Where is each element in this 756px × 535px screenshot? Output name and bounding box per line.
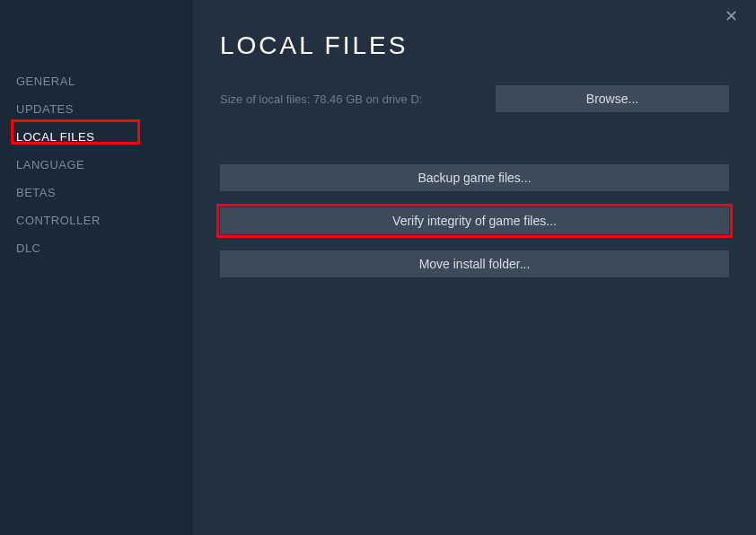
sidebar-item-local-files[interactable]: Local Files	[16, 123, 193, 151]
info-row: Size of local files: 78.46 GB on drive D…	[220, 85, 729, 112]
move-install-button[interactable]: Move install folder...	[220, 250, 729, 277]
sidebar-item-dlc[interactable]: DLC	[16, 234, 193, 262]
verify-row: Verify integrity of game files...	[220, 207, 729, 234]
size-info-text: Size of local files: 78.46 GB on drive D…	[220, 92, 422, 106]
sidebar-item-language[interactable]: Language	[16, 151, 193, 179]
sidebar-item-betas[interactable]: Betas	[16, 179, 193, 206]
backup-button[interactable]: Backup game files...	[220, 164, 729, 191]
close-button[interactable]: ✕	[722, 7, 740, 25]
sidebar: General Updates Local Files Language Bet…	[0, 0, 193, 535]
verify-integrity-button[interactable]: Verify integrity of game files...	[220, 207, 729, 234]
browse-button[interactable]: Browse...	[496, 85, 729, 112]
move-row: Move install folder...	[220, 250, 729, 277]
content-panel: ✕ LOCAL FILES Size of local files: 78.46…	[193, 0, 756, 535]
sidebar-item-controller[interactable]: Controller	[16, 206, 193, 234]
backup-row: Backup game files...	[220, 164, 729, 191]
sidebar-item-updates[interactable]: Updates	[16, 95, 193, 123]
close-icon: ✕	[725, 6, 738, 26]
page-title: LOCAL FILES	[220, 31, 729, 60]
sidebar-item-general[interactable]: General	[16, 67, 193, 95]
